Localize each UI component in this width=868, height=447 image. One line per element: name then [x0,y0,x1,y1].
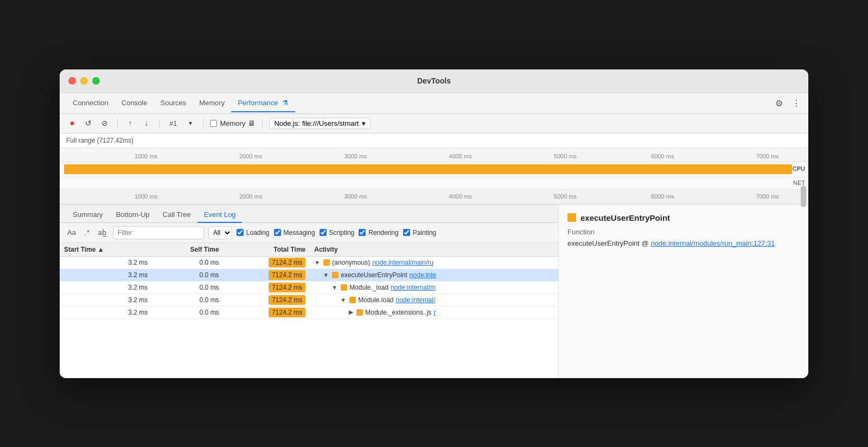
maximize-button[interactable] [92,77,100,85]
tab-event-log[interactable]: Event Log [197,207,242,223]
tick-6000: 6000 ms [651,153,674,159]
toolbar-sep-4 [262,118,263,128]
painting-label[interactable]: Painting [413,229,436,237]
table-row[interactable]: 3.2 ms0.0 ms7124.2 ms ▼ (anonymous) node… [60,256,558,269]
expand-btn[interactable]: ▼ [323,272,329,278]
filter-ab-btn[interactable]: ab̲ [96,227,108,238]
memory-checkbox[interactable] [210,120,217,127]
scripting-checkbox[interactable] [320,229,327,236]
close-button[interactable] [68,77,76,85]
record-button[interactable]: ● [66,117,78,129]
tab-console[interactable]: Console [115,94,154,112]
expand-btn[interactable]: ▶ [349,309,353,316]
loading-label[interactable]: Loading [246,229,270,237]
btick-5000: 5000 ms [554,193,577,200]
tick-4000: 4000 ms [449,153,472,159]
painting-filter: Painting [403,229,436,237]
col-activity[interactable]: Activity [310,243,558,257]
timeline-area: Full range (7127.42ms) 1000 ms 2000 ms 3… [60,133,808,205]
more-options-icon[interactable]: ⋮ [791,98,802,108]
download-button[interactable]: ↓ [141,117,152,129]
tab-bottom-up[interactable]: Bottom-Up [110,207,156,223]
tab-memory[interactable]: Memory [193,94,231,112]
table-row[interactable]: 3.2 ms0.0 ms7124.2 ms ▼ executeUserEntry… [60,269,558,281]
col-start-time[interactable]: Start Time ▲ [60,243,152,257]
filter-category-select[interactable]: All [208,226,232,239]
sub-tabs: Summary Bottom-Up Call Tree Event Log [60,205,558,223]
col-self-time[interactable]: Self Time [152,243,223,257]
cell-total-time: 7124.2 ms [224,256,310,269]
tab-summary[interactable]: Summary [66,207,110,223]
btick-3000: 3000 ms [344,193,367,200]
timeline-scroll-thumb[interactable] [801,186,806,207]
tab-connection[interactable]: Connection [66,94,115,112]
detail-func: executeUserEntryPoint @ node:internal/mo… [567,239,800,247]
rendering-checkbox[interactable] [359,229,366,236]
traffic-lights [68,77,100,85]
cell-total-time: 7124.2 ms [224,269,310,281]
tab-bar-actions: ⚙ ⋮ [774,98,802,108]
minimize-button[interactable] [80,77,88,85]
filter-aa-btn[interactable]: Aa [65,227,78,238]
activity-link[interactable]: node:internal/m [391,284,436,291]
detail-type: Function [567,228,800,236]
memory-label[interactable]: Memory [220,119,245,127]
activity-icon [323,259,330,266]
cell-self-time: 0.0 ms [152,256,223,269]
bottom-panel: Summary Bottom-Up Call Tree Event Log Aa… [60,205,808,378]
node-selector[interactable]: Node.js: file:///Users/stmart ▾ [269,118,371,129]
table-row[interactable]: 3.2 ms0.0 ms7124.2 ms ▶ Module._extensio… [60,306,558,318]
tab-call-tree[interactable]: Call Tree [156,207,197,223]
cell-start-time: 3.2 ms [60,293,152,306]
col-total-time[interactable]: Total Time [224,243,310,257]
cpu-bar [64,164,792,174]
table-row[interactable]: 3.2 ms0.0 ms7124.2 ms ▼ Module._load nod… [60,281,558,293]
memory-icon: 🖥 [248,119,256,127]
btick-1000: 1000 ms [135,193,157,200]
tab-performance[interactable]: Performance ⚗ [231,94,295,112]
cell-total-time: 7124.2 ms [224,281,310,293]
node-selector-label: Node.js: file:///Users/stmart [274,119,359,127]
activity-link[interactable]: node:internal/main/ru [372,259,433,266]
messaging-checkbox[interactable] [274,229,281,236]
profile-dropdown-icon[interactable]: ▾ [184,117,196,129]
painting-checkbox[interactable] [403,229,410,236]
cell-activity: ▼ Module.load node:internal/ [310,293,558,306]
cell-self-time: 0.0 ms [152,306,223,318]
btick-2000: 2000 ms [239,193,262,200]
activity-link[interactable]: node:inte [410,271,436,279]
cell-start-time: 3.2 ms [60,281,152,293]
activity-name: (anonymous) [332,259,370,266]
table-row[interactable]: 3.2 ms0.0 ms7124.2 ms ▼ Module.load node… [60,293,558,306]
loading-filter: Loading [237,229,270,237]
upload-button[interactable]: ↑ [124,117,136,129]
activity-link[interactable]: node:internal/ [396,296,436,304]
cell-total-time: 7124.2 ms [224,293,310,306]
filter-regex-btn[interactable]: .* [82,227,92,238]
clear-button[interactable]: ⊘ [99,117,111,129]
expand-btn[interactable]: ▼ [314,259,320,266]
cell-start-time: 3.2 ms [60,269,152,281]
reload-button[interactable]: ↺ [82,117,94,129]
window-title: DevTools [417,76,451,85]
tab-sources[interactable]: Sources [154,94,193,112]
cell-activity: ▼ executeUserEntryPoint node:inte [310,269,558,281]
settings-icon[interactable]: ⚙ [774,98,784,108]
loading-checkbox[interactable] [237,229,244,236]
activity-name: executeUserEntryPoint [341,271,407,279]
detail-title-text: executeUserEntryPoint [580,213,670,222]
messaging-label[interactable]: Messaging [284,229,315,237]
memory-checkbox-wrapper: Memory 🖥 [210,119,256,127]
right-panel: executeUserEntryPoint Function executeUs… [559,205,808,378]
toolbar-sep-2 [159,118,159,128]
activity-icon [341,284,347,291]
filter-input[interactable] [113,226,204,239]
rendering-label[interactable]: Rendering [368,229,398,237]
scripting-label[interactable]: Scripting [329,229,355,237]
detail-func-link[interactable]: node:internal/modules/run_main:127:31 [650,239,775,247]
full-range-label: Full range (7127.42ms) [60,133,808,148]
expand-btn[interactable]: ▼ [340,297,346,303]
activity-link[interactable]: r [433,309,436,316]
expand-btn[interactable]: ▼ [331,284,337,291]
cpu-bar-row: CPU [60,162,808,177]
